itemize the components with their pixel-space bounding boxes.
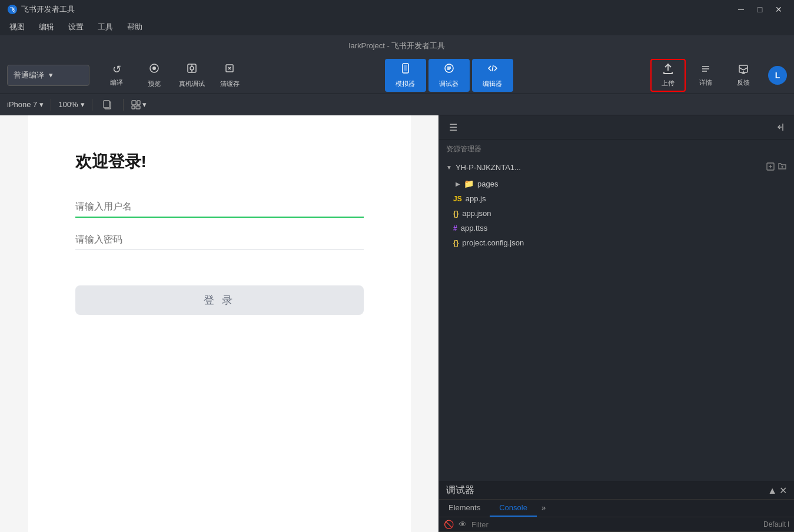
debugger-filter-bar: 🚫 👁 Default l	[439, 517, 794, 532]
svg-rect-24	[132, 106, 135, 109]
tab-elements[interactable]: Elements	[439, 500, 490, 517]
title-bar-controls: ─ □ ✕	[733, 1, 787, 18]
app-js-name: app.js	[466, 194, 486, 203]
avatar-button[interactable]: L	[768, 66, 787, 85]
project-expand-arrow: ▼	[446, 164, 452, 171]
project-config-name: project.config.json	[462, 238, 524, 247]
minimize-button[interactable]: ─	[733, 1, 749, 18]
divider2	[92, 99, 92, 111]
toolbar-right: 上传 详情 反馈 L	[650, 59, 787, 92]
svg-rect-22	[132, 101, 136, 105]
compile-label: 编译	[110, 78, 123, 87]
device-select[interactable]: iPhone 7 ▾	[7, 100, 44, 109]
tab-console[interactable]: Console	[490, 500, 537, 517]
zoom-dropdown-icon: ▾	[81, 100, 85, 109]
debugger-minimize-button[interactable]: ▲	[768, 485, 777, 496]
simulator-button[interactable]: 模拟器	[385, 59, 426, 92]
project-name: YH-P-NJKZNTA1...	[456, 163, 521, 172]
filter-input[interactable]	[471, 520, 759, 529]
resource-label: 资源管理器	[439, 139, 794, 157]
file-panel-header: ☰	[439, 115, 794, 139]
menu-bar: 视图 编辑 设置 工具 帮助	[0, 19, 794, 35]
debugger-title: 调试器	[446, 484, 474, 497]
debugger-close-button[interactable]: ✕	[779, 485, 787, 496]
tabs-more-button[interactable]: »	[537, 500, 550, 517]
editor-button[interactable]: 编辑器	[472, 59, 513, 92]
debugger-panel: 调试器 ▲ ✕ Elements Console » 🚫 👁 Default l	[438, 481, 794, 532]
device-debug-button[interactable]: 真机调试	[174, 59, 210, 92]
app-js-file[interactable]: JS app.js	[439, 191, 794, 206]
clear-cache-label: 清缓存	[220, 79, 240, 88]
debugger-header: 调试器 ▲ ✕	[439, 482, 794, 500]
svg-rect-10	[404, 65, 407, 71]
json-icon: {}	[453, 210, 459, 218]
toolbar-actions: ↺ 编译 预览 真机调试 清缓存	[99, 59, 247, 92]
debugger-center-button[interactable]: 调试器	[428, 59, 470, 92]
collapse-panel-button[interactable]	[773, 120, 787, 134]
simulator-area: 欢迎登录! 登 录	[0, 115, 438, 532]
login-button[interactable]: 登 录	[75, 285, 364, 315]
password-input[interactable]	[75, 230, 364, 250]
feedback-label: 反馈	[737, 78, 750, 87]
compile-button[interactable]: ↺ 编译	[99, 59, 134, 92]
preview-label: 预览	[148, 79, 161, 88]
device-name: iPhone 7	[7, 100, 37, 109]
project-root[interactable]: ▼ YH-P-NJKZNTA1...	[439, 159, 794, 176]
username-input[interactable]	[75, 197, 364, 218]
pages-folder[interactable]: ▶ 📁 pages	[439, 176, 794, 191]
preview-icon	[148, 62, 160, 77]
app-window-title: larkProject - 飞书开发者工具	[349, 41, 446, 51]
feedback-button[interactable]: 反馈	[726, 59, 761, 92]
compile-select[interactable]: 普通编译 ▾	[7, 65, 89, 86]
details-label: 详情	[699, 78, 712, 87]
simulator-label: 模拟器	[396, 79, 415, 88]
app-ttss-file[interactable]: # app.ttss	[439, 221, 794, 235]
menu-settings[interactable]: 设置	[66, 21, 86, 34]
upload-icon	[662, 62, 675, 77]
pages-arrow: ▶	[456, 181, 460, 187]
details-icon	[700, 63, 712, 76]
phone-frame: 欢迎登录! 登 录	[28, 115, 411, 532]
upload-button[interactable]: 上传	[650, 59, 686, 92]
editor-icon	[487, 62, 499, 77]
divider	[51, 99, 51, 111]
ttss-icon: #	[453, 224, 457, 232]
new-file-button[interactable]	[766, 162, 775, 173]
config-json-icon: {}	[453, 239, 459, 247]
upload-label: 上传	[662, 79, 675, 88]
preview-button[interactable]: 预览	[137, 59, 172, 92]
filter-level-label: Default l	[763, 520, 789, 528]
maximize-button[interactable]: □	[752, 1, 768, 18]
hamburger-button[interactable]: ☰	[446, 120, 460, 134]
svg-point-5	[190, 66, 194, 70]
debugger-center-label: 调试器	[439, 79, 459, 88]
menu-view[interactable]: 视图	[7, 21, 27, 34]
debugger-center-icon	[443, 62, 455, 77]
zoom-select[interactable]: 100% ▾	[58, 100, 84, 109]
clear-cache-button[interactable]: 清缓存	[212, 59, 247, 92]
compile-select-label: 普通编译	[14, 70, 44, 81]
svg-rect-21	[104, 101, 109, 108]
app-json-file[interactable]: {} app.json	[439, 206, 794, 221]
login-title: 欢迎登录!	[75, 151, 364, 173]
device-debug-label: 真机调试	[179, 79, 205, 88]
divider3	[123, 99, 124, 111]
svg-text:飞: 飞	[10, 7, 15, 13]
close-button[interactable]: ✕	[770, 1, 787, 18]
main-area: 欢迎登录! 登 录 ☰ 资源管理器 ▼ YH-P-NJKZNTA1...	[0, 115, 794, 532]
app-title-bar: larkProject - 飞书开发者工具	[0, 35, 794, 56]
svg-rect-23	[137, 101, 140, 105]
file-panel-nav: ☰	[446, 120, 460, 134]
layout-dropdown-icon: ▾	[142, 100, 147, 109]
menu-tools[interactable]: 工具	[95, 21, 115, 34]
menu-edit[interactable]: 编辑	[36, 21, 57, 34]
project-config-file[interactable]: {} project.config.json	[439, 235, 794, 250]
device-bar: iPhone 7 ▾ 100% ▾ ▾	[0, 94, 794, 115]
compile-icon: ↺	[112, 63, 121, 76]
file-panel: ☰ 资源管理器 ▼ YH-P-NJKZNTA1...	[438, 115, 794, 532]
copy-device-button[interactable]	[99, 97, 116, 113]
layout-button[interactable]: ▾	[131, 99, 147, 110]
details-button[interactable]: 详情	[688, 59, 723, 92]
new-folder-button[interactable]	[778, 162, 787, 173]
menu-help[interactable]: 帮助	[125, 21, 145, 34]
